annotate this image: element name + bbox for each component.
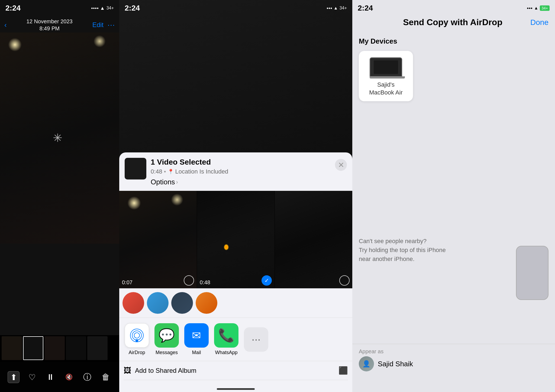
film-thumb[interactable] [23, 336, 43, 360]
info-icon: ⓘ [83, 372, 91, 383]
signal-dot [97, 8, 98, 9]
share-thumbnail [125, 158, 146, 179]
airdrop-label: AirDrop [128, 350, 145, 355]
more-button[interactable]: ⋯ [107, 21, 115, 30]
signal-dot [529, 8, 530, 9]
signal-dot [93, 8, 95, 9]
chevron-right-icon: › [176, 179, 178, 186]
add-to-shared-album-label: Add to Shared Album [135, 367, 196, 374]
film-thumb[interactable] [44, 336, 65, 360]
select-circle-3[interactable] [339, 275, 350, 286]
share-sheet: 1 Video Selected 0:48 • 📍 Location Is In… [119, 152, 352, 392]
signal-icon-3 [527, 8, 532, 9]
status-icons-group-1: ▲ 34+ [91, 5, 114, 11]
close-button[interactable]: ✕ [335, 159, 347, 171]
add-to-shared-album-action[interactable]: 🖼 Add to Shared Album ⬛ [124, 361, 348, 380]
airdrop-header: Send Copy with AirDrop Done [352, 15, 555, 32]
status-bar-3: 2:24 ▲ 34+ [352, 0, 555, 15]
appear-as-section: Appear as 👤 Sajid Shaik [352, 344, 555, 376]
share-meta: 0:48 • 📍 Location Is Included [151, 168, 331, 175]
user-name: Sajid Shaik [378, 360, 413, 368]
battery-icon-3: 34+ [540, 5, 550, 11]
edit-button[interactable]: Edit [92, 21, 104, 29]
ceiling-light-right [93, 35, 106, 47]
iphone-graphic [516, 246, 548, 300]
airdrop-waves [129, 327, 145, 344]
nav-actions: Edit ⋯ [92, 21, 115, 30]
mail-share-button[interactable]: ✉ Mail [184, 323, 209, 355]
wave-center-dot [135, 339, 138, 342]
person-avatar-2[interactable] [147, 292, 169, 314]
close-icon: ✕ [338, 161, 344, 169]
signal-dot [531, 8, 532, 9]
thumb-light-2 [171, 194, 183, 206]
heart-icon: ♡ [28, 373, 36, 382]
video-thumb-content-3 [275, 191, 352, 288]
airdrop-panel: 2:24 ▲ 34+ Send Copy with AirDrop Done M… [352, 0, 555, 392]
info-button[interactable]: ⓘ [81, 371, 93, 383]
shared-album-right-icon: ⬛ [338, 366, 348, 375]
trash-icon: 🗑 [102, 373, 110, 382]
wifi-icon-1: ▲ [100, 5, 105, 11]
shared-album-icon: 🖼 [124, 366, 131, 375]
action-right: ⬛ [338, 366, 348, 375]
nav-date: 12 November 2023 8:49 PM [27, 18, 73, 32]
pause-button[interactable]: ⏸ [44, 371, 56, 383]
whatsapp-label: WhatsApp [215, 350, 237, 355]
film-thumb[interactable] [2, 336, 22, 360]
film-thumb[interactable] [66, 336, 86, 360]
airdrop-icon [125, 323, 149, 348]
more-apps-button[interactable]: ··· [244, 327, 268, 352]
select-circle-1[interactable] [184, 275, 194, 286]
signal-dot [327, 8, 328, 9]
mute-button[interactable]: 🔇 [63, 371, 75, 383]
video-item-3[interactable] [275, 191, 352, 288]
macbook-screen [370, 57, 402, 77]
back-button[interactable]: ‹ [4, 21, 7, 29]
film-thumb[interactable] [87, 336, 108, 360]
ceiling-light-left [8, 38, 22, 51]
person-avatar-3[interactable] [171, 292, 193, 314]
signal-icon-2 [327, 8, 332, 9]
airdrop-share-button[interactable]: AirDrop [125, 323, 149, 355]
main-video-view: ✳ [0, 32, 119, 244]
appear-as-user: 👤 Sajid Shaik [359, 356, 548, 371]
messages-bubble-icon: 💬 [159, 328, 175, 343]
delete-button[interactable]: 🗑 [100, 371, 112, 383]
nav-bar-1: ‹ 12 November 2023 8:49 PM Edit ⋯ [0, 16, 119, 34]
options-button[interactable]: Options › [151, 178, 331, 186]
share-button[interactable]: ⬆ [8, 371, 20, 383]
signal-dot [527, 8, 528, 9]
whatsapp-share-button[interactable]: 📞 WhatsApp [214, 323, 238, 355]
share-icon: ⬆ [10, 373, 17, 382]
status-time-1: 2:24 [5, 4, 21, 12]
device-card[interactable]: Sajid'sMacBook Air [359, 51, 413, 101]
person-avatar-1[interactable] [122, 292, 144, 314]
loading-spinner: ✳ [53, 131, 66, 145]
signal-icon-1 [91, 8, 98, 9]
battery-icon-1: 34+ [107, 6, 114, 11]
device-name: Sajid'sMacBook Air [369, 81, 403, 96]
home-indicator-2 [217, 388, 255, 390]
person-avatar-4[interactable] [196, 292, 217, 314]
share-title: 1 Video Selected [151, 158, 331, 166]
more-apps-icon: ··· [251, 333, 260, 345]
video-item-1[interactable]: 0:07 [119, 191, 197, 288]
messages-share-button[interactable]: 💬 Messages [154, 323, 179, 355]
select-circle-2[interactable]: ✓ [262, 275, 272, 286]
wave-ring-inner [134, 332, 140, 338]
people-suggestions-row [119, 288, 352, 318]
favorite-button[interactable]: ♡ [26, 371, 38, 383]
appear-as-label: Appear as [359, 348, 548, 355]
video-item-2[interactable]: 0:48 ✓ [197, 191, 275, 288]
signal-dot [329, 8, 330, 9]
wifi-icon-2: ▲ [334, 6, 338, 11]
share-sheet-panel: 2:24 ▲ 34+ 1 Video Selected 0:48 • 📍 [119, 0, 352, 392]
done-button[interactable]: Done [530, 18, 548, 27]
share-header: 1 Video Selected 0:48 • 📍 Location Is In… [119, 152, 352, 191]
macbook-icon [370, 57, 402, 78]
signal-dot [95, 8, 96, 9]
user-avatar: 👤 [359, 356, 374, 371]
checkmark-icon: ✓ [264, 277, 269, 284]
status-time-3: 2:24 [358, 4, 373, 12]
